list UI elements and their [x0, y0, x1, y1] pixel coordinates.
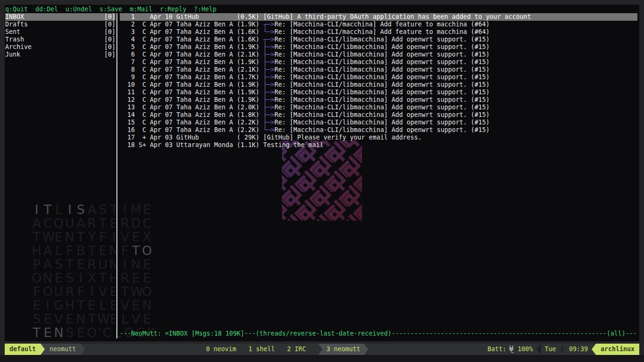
- mail-row-4[interactable]: 4 C Apr 07 Taha Aziz Ben A (1.6K) ┬─>Re:…: [120, 36, 637, 43]
- thread-tree-icon: ├─>: [263, 74, 274, 81]
- wordclock-letter: F: [97, 233, 108, 241]
- powerline-separator-icon: [537, 344, 541, 355]
- mail-row-15[interactable]: 15 C Apr 07 Taha Aziz Ben A (2.2K) ├─>Re…: [120, 119, 637, 126]
- mail-subject: Re: [Macchina-CLI/libmacchina] Add openw…: [274, 51, 489, 58]
- mail-row-columns: 11 C Apr 07 Taha Aziz Ben A (1.9K): [120, 89, 263, 96]
- wordclock-letter: T: [119, 288, 130, 296]
- taskbar-window[interactable]: 2 IRC: [287, 344, 306, 355]
- wordclock-letter: F: [64, 247, 75, 255]
- sidebar-item-archive[interactable]: Archive[0]: [5, 43, 116, 51]
- wordclock-letter: X: [141, 233, 152, 241]
- wordclock-letter: C: [101, 329, 112, 337]
- wordclock-letter: T: [131, 247, 141, 255]
- menu-item-save[interactable]: s:Save: [99, 6, 122, 13]
- wordclock-letter: I: [86, 288, 97, 296]
- mail-row-13[interactable]: 13 C Apr 07 Taha Aziz Ben A (2.0K) ├─>Re…: [120, 104, 637, 111]
- mail-subject: Re: [Macchina-CLI/libmacchina] Add openw…: [274, 96, 489, 103]
- mail-subject: Re: [Macchina-CLI/libmacchina] Add openw…: [274, 126, 489, 133]
- mail-row-columns: 18 S+ Apr 03 Uttarayan Monda (1.1K): [120, 141, 263, 148]
- sidebar-separator: [116, 13, 117, 338]
- wordclock-letter: E: [141, 274, 152, 282]
- taskbar-window[interactable]: 0 neovim: [206, 344, 236, 355]
- wordclock-letter: E: [141, 206, 152, 214]
- wordclock-letter: D: [131, 220, 141, 227]
- mail-row-7[interactable]: 7 C Apr 07 Taha Aziz Ben A (1.9K) ├─>Re:…: [120, 58, 637, 66]
- wordclock-letter: E: [53, 274, 64, 282]
- powerline-arrow-icon: [592, 344, 596, 355]
- wordclock-row: EIGHTELEVEN: [31, 298, 157, 312]
- wordclock-letter: I: [31, 206, 42, 214]
- wordclock-letter: E: [64, 315, 75, 323]
- mail-row-6[interactable]: 6 C Apr 07 Taha Aziz Ben A (2.1K) ├─>Re:…: [120, 51, 637, 58]
- mail-row-11[interactable]: 11 C Apr 07 Taha Aziz Ben A (1.9K) ├─>Re…: [120, 89, 637, 96]
- mailbox-count: [0]: [104, 28, 116, 36]
- mail-row-1[interactable]: 1 Apr 10 GitHub (0.5K) [GitHub] A third-…: [120, 13, 637, 21]
- sidebar-item-inbox[interactable]: INBOX[0]: [5, 13, 116, 21]
- wordclock-letter: N: [108, 247, 119, 255]
- menu-item-quit[interactable]: q:Quit: [5, 6, 28, 13]
- wordclock-letter: H: [31, 247, 42, 255]
- mail-row-9[interactable]: 9 C Apr 07 Taha Aziz Ben A (1.7K) ├─>Re:…: [120, 74, 637, 81]
- wordclock-letter: C: [42, 220, 53, 227]
- mailbox-sidebar: INBOX[0]Drafts[0]Sent[0]Trash[0]Archive[…: [5, 13, 116, 58]
- mail-row-16[interactable]: 16 C Apr 07 Taha Aziz Ben A (2.2K) └─>Re…: [120, 126, 637, 134]
- wordclock-letter: T: [86, 247, 97, 255]
- mail-row-columns: 12 C Apr 07 Taha Aziz Ben A (1.9K): [120, 96, 263, 103]
- mail-row-columns: 3 C Apr 07 Taha Aziz Ben A (1.6K): [120, 28, 263, 35]
- mail-row-columns: 16 C Apr 07 Taha Aziz Ben A (2.2K): [120, 126, 263, 133]
- mail-row-12[interactable]: 12 C Apr 07 Taha Aziz Ben A (1.9K) ├─>Re…: [120, 96, 637, 104]
- battery-percentage: 100%: [518, 344, 533, 355]
- wordclock-letter: T: [31, 233, 42, 241]
- wordclock-letter: N: [141, 302, 152, 309]
- menu-item-reply[interactable]: r:Reply: [160, 6, 186, 13]
- mail-subject: Re: [Macchina-CLI/libmacchina] Add openw…: [274, 81, 489, 88]
- mail-row-3[interactable]: 3 C Apr 07 Taha Aziz Ben A (1.6K) └─>Re:…: [120, 28, 637, 36]
- wordclock-letter: F: [31, 288, 42, 296]
- wordclock-letter: E: [141, 261, 152, 268]
- mailbox-name: Junk: [5, 51, 20, 58]
- tmux-session-app[interactable]: neomutt: [45, 344, 81, 355]
- mail-row-8[interactable]: 8 C Apr 07 Taha Aziz Ben A (2.1K) ├─>Re:…: [120, 66, 637, 74]
- wordclock-row: SEVENTWELVE: [31, 312, 157, 326]
- wordclock-letter: A: [42, 261, 53, 268]
- taskbar-window[interactable]: 1 shell: [248, 344, 275, 355]
- mail-row-17[interactable]: 17 + Apr 03 GitHub ( 29K) [GitHub] Pleas…: [120, 134, 637, 141]
- wordclock-letter: S: [64, 274, 75, 282]
- wordclock-letter: O: [31, 274, 42, 282]
- menu-item-del[interactable]: dd:Del: [35, 6, 58, 13]
- wordclock-letter: E: [53, 233, 64, 241]
- sidebar-item-drafts[interactable]: Drafts[0]: [5, 21, 116, 28]
- mailbox-name: Sent: [5, 28, 20, 36]
- mail-row-10[interactable]: 10 C Apr 07 Taha Aziz Ben A (1.9K) ├─>Re…: [120, 81, 637, 89]
- wordclock-letter: N: [64, 233, 75, 241]
- wordclock-letter: B: [75, 247, 86, 255]
- mail-row-columns: 9 C Apr 07 Taha Aziz Ben A (1.7K): [120, 74, 263, 81]
- mail-row-14[interactable]: 14 C Apr 07 Taha Aziz Ben A (1.8K) ├─>Re…: [120, 111, 637, 119]
- wordclock-letter: T: [97, 274, 108, 282]
- wordclock-letter: Y: [86, 233, 97, 241]
- wordclock-letter: E: [31, 302, 42, 309]
- menu-item-help[interactable]: ?:Help: [194, 6, 216, 13]
- mail-row-18[interactable]: 18 S+ Apr 03 Uttarayan Monda (1.1K) Test…: [120, 141, 637, 149]
- menu-item-undel[interactable]: u:Undel: [66, 6, 92, 13]
- mail-subject: [GitHub] A third-party OAuth application…: [263, 13, 531, 20]
- mail-subject: Re: [Macchina-CLI/libmacchina] Add openw…: [274, 119, 489, 126]
- sidebar-item-sent[interactable]: Sent[0]: [5, 28, 116, 36]
- tmux-status-right: Batt: 100% Tue ❮ 09:39 archlinux: [487, 344, 639, 355]
- mail-row-5[interactable]: 5 C Apr 07 Taha Aziz Ben A (1.9K) ├─>Re:…: [120, 43, 637, 51]
- mail-row-2[interactable]: 2 C Apr 07 Taha Aziz Ben A (1.9K) ┬─>Re:…: [120, 21, 637, 28]
- wordclock-letter: R: [86, 220, 97, 227]
- mail-row-columns: 15 C Apr 07 Taha Aziz Ben A (2.2K): [120, 119, 263, 126]
- taskbar-window-active[interactable]: 3 neomutt: [322, 344, 364, 355]
- wordclock-letter: N: [53, 329, 64, 337]
- sidebar-item-trash[interactable]: Trash[0]: [5, 36, 116, 43]
- weekday: Tue: [545, 344, 556, 355]
- tmux-session-name[interactable]: default: [5, 344, 41, 355]
- sidebar-item-junk[interactable]: Junk[0]: [5, 51, 116, 58]
- menu-item-mail[interactable]: m:Mail: [130, 6, 152, 13]
- wordclock-letter: E: [42, 329, 53, 337]
- thread-tree-icon: ├─>: [263, 66, 274, 73]
- wordclock-letter: T: [42, 206, 53, 214]
- thread-tree-icon: ├─>: [263, 104, 274, 111]
- wordclock-letter: N: [108, 261, 119, 268]
